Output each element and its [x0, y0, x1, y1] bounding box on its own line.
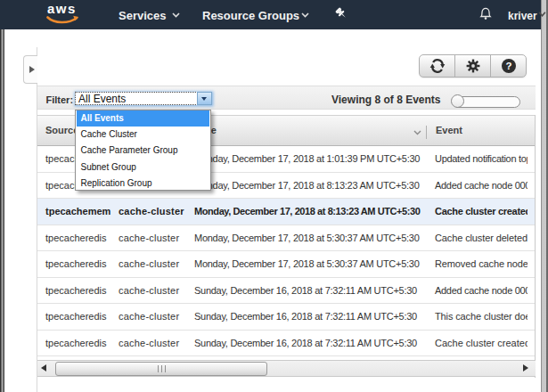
- svg-text:?: ?: [505, 61, 511, 71]
